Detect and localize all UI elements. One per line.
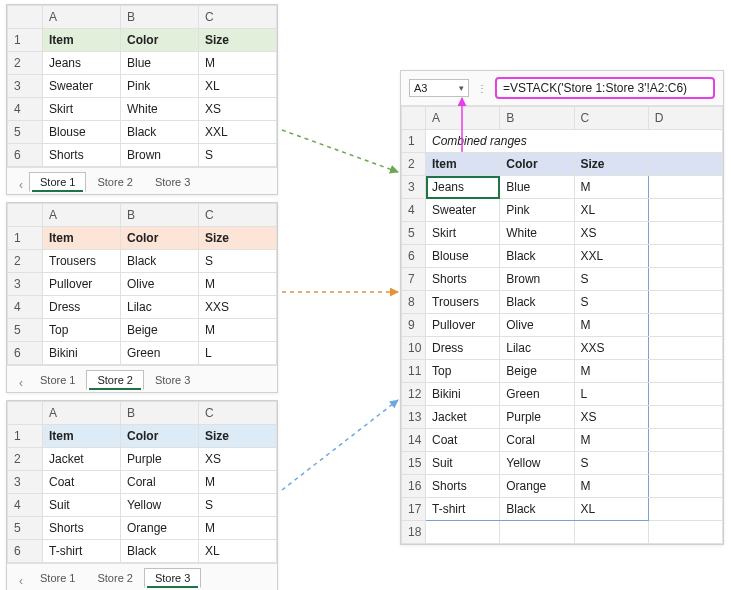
select-all-corner[interactable] [8,6,43,29]
cell[interactable]: XXL [574,245,648,268]
cell[interactable]: Jacket [43,448,121,471]
cell[interactable]: Pullover [426,314,500,337]
row-header[interactable]: 8 [402,291,426,314]
cell[interactable]: Blue [121,52,199,75]
cell[interactable]: XXL [199,121,277,144]
cell[interactable]: Dress [426,337,500,360]
cell[interactable]: Purple [500,406,574,429]
cell[interactable]: Blouse [43,121,121,144]
cell[interactable]: Yellow [500,452,574,475]
cell[interactable]: Sweater [426,199,500,222]
select-all-corner[interactable] [402,107,426,130]
cell[interactable]: S [574,291,648,314]
cell[interactable]: M [199,517,277,540]
tab-store-3[interactable]: Store 3 [144,370,201,390]
cell[interactable]: XS [199,448,277,471]
cell[interactable]: Brown [121,144,199,167]
cell[interactable]: Jacket [426,406,500,429]
cell[interactable]: XL [199,540,277,563]
row-header[interactable]: 13 [402,406,426,429]
active-cell[interactable]: Jeans [426,176,500,199]
tab-store-2[interactable]: Store 2 [86,370,143,390]
cell[interactable]: Item [43,227,121,250]
cell[interactable]: L [199,342,277,365]
cell[interactable] [648,521,722,544]
combined-title[interactable]: Combined ranges [426,130,723,153]
cell[interactable]: Blue [500,176,574,199]
cell[interactable]: Color [121,425,199,448]
row-header[interactable]: 5 [402,222,426,245]
cell[interactable]: Brown [500,268,574,291]
cell[interactable]: Coat [426,429,500,452]
cell[interactable]: Jeans [43,52,121,75]
cell[interactable]: XL [574,498,648,521]
select-all-corner[interactable] [8,204,43,227]
cell[interactable]: Shorts [426,268,500,291]
row-header[interactable]: 9 [402,314,426,337]
cell[interactable]: Beige [121,319,199,342]
cell[interactable]: Green [500,383,574,406]
col-header-C[interactable]: C [199,204,277,227]
cell[interactable]: Olive [500,314,574,337]
col-header-A[interactable]: A [426,107,500,130]
grid-combined[interactable]: A B C D 1 Combined ranges 2 Item Color S… [401,106,723,544]
cell[interactable]: XS [574,222,648,245]
cell[interactable]: Item [43,29,121,52]
row-header[interactable]: 12 [402,383,426,406]
cell[interactable] [648,176,722,199]
cell[interactable] [648,268,722,291]
cell[interactable]: Coral [500,429,574,452]
cell[interactable]: M [574,176,648,199]
row-header[interactable]: 6 [8,540,43,563]
cell[interactable]: Bikini [426,383,500,406]
cell[interactable] [648,406,722,429]
cell[interactable]: Color [121,227,199,250]
cell[interactable] [648,429,722,452]
cell[interactable]: S [199,494,277,517]
tab-store-1[interactable]: Store 1 [29,370,86,390]
col-header-D[interactable]: D [648,107,722,130]
cell[interactable]: M [574,314,648,337]
cell[interactable]: M [199,471,277,494]
row-header[interactable]: 3 [8,75,43,98]
cell[interactable]: Olive [121,273,199,296]
cell[interactable]: L [574,383,648,406]
cell[interactable]: Size [199,425,277,448]
row-header[interactable]: 6 [8,342,43,365]
row-header[interactable]: 18 [402,521,426,544]
cell[interactable]: M [199,273,277,296]
formula-input[interactable]: =VSTACK('Store 1:Store 3'!A2:C6) [495,77,715,99]
row-header[interactable]: 6 [402,245,426,268]
cell[interactable]: Size [199,227,277,250]
tab-store-1[interactable]: Store 1 [29,172,86,192]
cell[interactable]: Black [121,121,199,144]
row-header[interactable]: 17 [402,498,426,521]
cell[interactable]: Item [43,425,121,448]
tab-store-1[interactable]: Store 1 [29,568,86,588]
row-header[interactable]: 5 [8,121,43,144]
cell[interactable] [648,337,722,360]
cell[interactable]: Skirt [43,98,121,121]
cell[interactable] [648,245,722,268]
cell[interactable]: T-shirt [426,498,500,521]
cell[interactable]: Lilac [500,337,574,360]
row-header[interactable]: 5 [8,517,43,540]
cell[interactable]: Item [426,153,500,176]
col-header-C[interactable]: C [199,402,277,425]
col-header-A[interactable]: A [43,6,121,29]
row-header[interactable]: 3 [8,471,43,494]
cell[interactable] [426,521,500,544]
cell[interactable]: M [574,360,648,383]
cell[interactable]: Color [121,29,199,52]
row-header[interactable]: 14 [402,429,426,452]
row-header[interactable]: 15 [402,452,426,475]
cell[interactable] [648,153,722,176]
cell[interactable]: White [121,98,199,121]
cell[interactable]: Shorts [43,144,121,167]
cell[interactable] [648,452,722,475]
cell[interactable]: Pink [500,199,574,222]
col-header-A[interactable]: A [43,402,121,425]
row-header[interactable]: 16 [402,475,426,498]
row-header[interactable]: 3 [402,176,426,199]
cell[interactable]: Trousers [426,291,500,314]
